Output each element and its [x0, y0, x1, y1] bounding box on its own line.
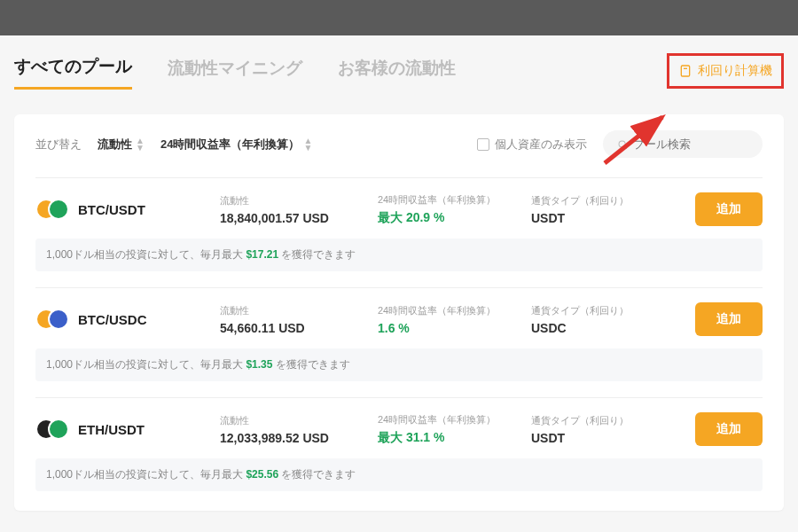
- liquidity-label: 流動性: [220, 194, 371, 207]
- sort-by-liquidity[interactable]: 流動性 ▲▼: [98, 137, 145, 153]
- sort-arrows-icon: ▲▼: [303, 137, 312, 152]
- monthly-yield-note: 1,000ドル相当の投資に対して、毎月最大 $1.35 を獲得できます: [35, 348, 763, 381]
- tab-liquidity-mining[interactable]: 流動性マイニング: [168, 57, 302, 89]
- svg-line-10: [625, 146, 627, 148]
- reward-value: USDT: [531, 211, 655, 225]
- apy-value: 最大 20.9 %: [378, 210, 524, 226]
- liquidity-label: 流動性: [220, 304, 371, 317]
- yield-calculator-button[interactable]: 利回り計算機: [667, 53, 784, 89]
- pair-label: BTC/USDT: [78, 202, 145, 217]
- tab-all-pools[interactable]: すべてのプール: [14, 55, 132, 90]
- sort-by-liquidity-label: 流動性: [98, 137, 132, 153]
- pool-pair[interactable]: ETH/USDT: [35, 417, 213, 442]
- sort-arrows-icon: ▲▼: [136, 137, 145, 152]
- add-liquidity-button[interactable]: 追加: [695, 192, 763, 226]
- token-pair-icon: [35, 307, 69, 332]
- personal-assets-checkbox[interactable]: 個人資産のみ表示: [477, 137, 587, 153]
- svg-point-9: [619, 140, 625, 146]
- reward-value: USDT: [531, 431, 655, 445]
- sort-label: 並び替え: [35, 137, 82, 153]
- reward-label: 通貨タイプ（利回り）: [531, 304, 655, 317]
- yield-calculator-label: 利回り計算機: [698, 63, 772, 79]
- apy-value: 最大 31.1 %: [378, 430, 524, 446]
- liquidity-label: 流動性: [220, 414, 371, 427]
- liquidity-value: 18,840,001.57 USD: [220, 211, 371, 225]
- liquidity-value: 54,660.11 USD: [220, 321, 371, 335]
- svg-rect-0: [681, 66, 689, 76]
- controls-row: 並び替え 流動性 ▲▼ 24時間収益率（年利換算） ▲▼ 個人資産のみ表示: [35, 130, 763, 158]
- personal-assets-label: 個人資産のみ表示: [495, 137, 587, 153]
- apy-value: 1.6 %: [378, 321, 524, 335]
- pair-label: ETH/USDT: [78, 422, 145, 437]
- monthly-yield-amount: $1.35: [246, 358, 272, 371]
- sort-by-apy[interactable]: 24時間収益率（年利換算） ▲▼: [160, 137, 312, 153]
- pool-pair[interactable]: BTC/USDT: [35, 197, 213, 222]
- search-icon: [617, 138, 628, 151]
- apy-label: 24時間収益率（年利換算）: [378, 413, 524, 426]
- pool-search-input[interactable]: [633, 137, 748, 151]
- liquidity-value: 12,033,989.52 USD: [220, 431, 371, 445]
- reward-label: 通貨タイプ（利回り）: [531, 414, 655, 427]
- sort-by-apy-label: 24時間収益率（年利換算）: [160, 137, 300, 153]
- checkbox-box-icon: [477, 138, 489, 151]
- pool-pair[interactable]: BTC/USDC: [35, 307, 213, 332]
- monthly-yield-amount: $25.56: [246, 468, 278, 481]
- monthly-yield-amount: $17.21: [246, 248, 278, 261]
- tab-bar: すべてのプール 流動性マイニング お客様の流動性 利回り計算機: [14, 35, 784, 98]
- calculator-icon: [678, 64, 692, 78]
- pool-item: BTC/USDC 流動性 54,660.11 USD 24時間収益率（年利換算）…: [35, 287, 763, 381]
- reward-label: 通貨タイプ（利回り）: [531, 194, 655, 207]
- monthly-yield-note: 1,000ドル相当の投資に対して、毎月最大 $25.56 を獲得できます: [35, 458, 763, 491]
- pool-search[interactable]: [603, 130, 763, 158]
- pair-label: BTC/USDC: [78, 312, 147, 327]
- token-pair-icon: [35, 417, 69, 442]
- apy-label: 24時間収益率（年利換算）: [378, 193, 524, 207]
- pool-item: ETH/USDT 流動性 12,033,989.52 USD 24時間収益率（年…: [35, 397, 763, 491]
- token-pair-icon: [35, 197, 69, 222]
- tab-your-liquidity[interactable]: お客様の流動性: [338, 57, 456, 89]
- reward-value: USDC: [531, 321, 655, 335]
- add-liquidity-button[interactable]: 追加: [695, 302, 763, 336]
- pool-item: BTC/USDT 流動性 18,840,001.57 USD 24時間収益率（年…: [35, 177, 763, 271]
- add-liquidity-button[interactable]: 追加: [695, 412, 763, 446]
- apy-label: 24時間収益率（年利換算）: [378, 304, 524, 317]
- monthly-yield-note: 1,000ドル相当の投資に対して、毎月最大 $17.21 を獲得できます: [35, 239, 763, 271]
- pool-panel: 並び替え 流動性 ▲▼ 24時間収益率（年利換算） ▲▼ 個人資産のみ表示: [14, 114, 784, 511]
